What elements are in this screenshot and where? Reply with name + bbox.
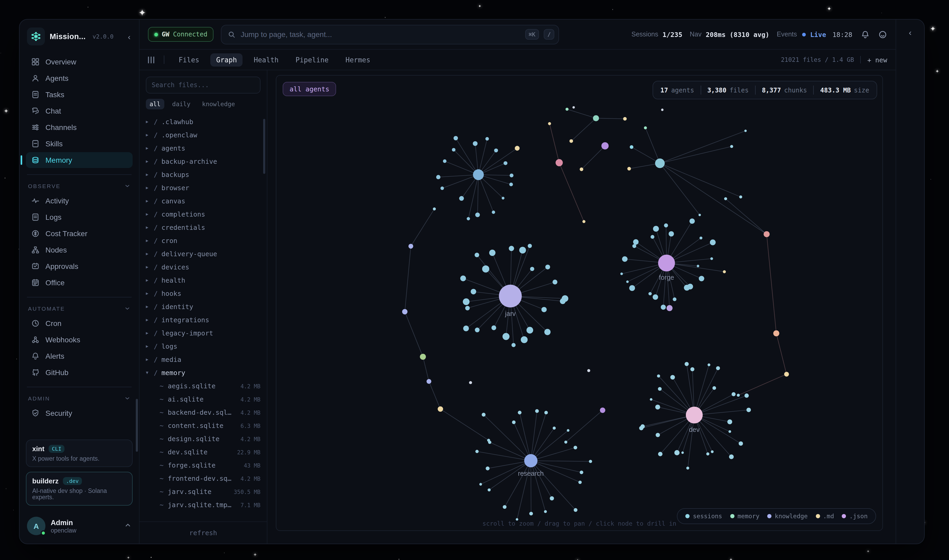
- sidebar-item-approvals[interactable]: Approvals: [26, 258, 132, 274]
- graph-node[interactable]: [729, 454, 734, 459]
- folder-row-health[interactable]: ▶/health: [146, 274, 260, 287]
- folder-row-logs[interactable]: ▶/logs: [146, 340, 260, 353]
- file-search-input[interactable]: [146, 77, 260, 94]
- folder-row-backups[interactable]: ▶/backups: [146, 168, 260, 181]
- graph-node[interactable]: [459, 196, 464, 201]
- chevron-down-icon[interactable]: [124, 305, 131, 312]
- graph-node[interactable]: [452, 148, 455, 151]
- sidebar-item-alerts[interactable]: Alerts: [26, 348, 132, 364]
- caret-right-icon[interactable]: ▶: [146, 132, 154, 137]
- caret-right-icon[interactable]: ▶: [146, 317, 154, 322]
- graph-node[interactable]: [728, 430, 731, 433]
- right-panel-collapse-icon[interactable]: ‹: [909, 28, 912, 544]
- gateway-status-pill[interactable]: GW Connected: [148, 27, 214, 42]
- graph-hub-hub-f[interactable]: [655, 158, 665, 168]
- tab-files[interactable]: Files: [173, 53, 205, 66]
- caret-right-icon[interactable]: ▶: [146, 185, 154, 190]
- graph-node[interactable]: [632, 244, 636, 248]
- graph-node[interactable]: [723, 270, 726, 273]
- graph-node[interactable]: [545, 265, 550, 269]
- file-row[interactable]: ~ai.sqlite4.2 MB: [146, 392, 260, 406]
- sidebar-item-nodes[interactable]: Nodes: [26, 242, 132, 258]
- graph-node[interactable]: [509, 183, 513, 186]
- folder-row-.clawhub[interactable]: ▶/.clawhub: [146, 115, 260, 128]
- file-row[interactable]: ~backend-dev.sql…4.2 MB: [146, 406, 260, 419]
- graph-node[interactable]: [627, 167, 631, 171]
- tab-pipeline[interactable]: Pipeline: [290, 53, 334, 66]
- graph-node[interactable]: [426, 379, 431, 384]
- sidebar-item-cron[interactable]: Cron: [26, 315, 132, 331]
- graph-node[interactable]: [488, 488, 491, 491]
- folder-row-media[interactable]: ▶/media: [146, 353, 260, 366]
- graph-node[interactable]: [710, 257, 713, 260]
- graph-node[interactable]: [567, 429, 569, 432]
- graph-node[interactable]: [691, 367, 694, 371]
- graph-node[interactable]: [686, 466, 689, 469]
- filter-chip-knowledge[interactable]: knowledge: [198, 99, 239, 109]
- feedback-smiley-icon[interactable]: [878, 30, 887, 39]
- graph-node[interactable]: [526, 327, 533, 333]
- graph-node[interactable]: [555, 159, 563, 166]
- folder-row-credentials[interactable]: ▶/credentials: [146, 221, 260, 234]
- graph-node[interactable]: [712, 386, 716, 390]
- graph-node[interactable]: [648, 292, 652, 295]
- graph-node[interactable]: [578, 480, 582, 484]
- graph-node[interactable]: [487, 439, 490, 442]
- graph-node[interactable]: [698, 214, 701, 216]
- graph-node[interactable]: [587, 369, 590, 372]
- chevron-up-icon[interactable]: [124, 521, 132, 531]
- graph-node[interactable]: [469, 381, 472, 384]
- file-row[interactable]: ~aegis.sqlite4.2 MB: [146, 379, 260, 392]
- graph-hub-forge[interactable]: [658, 255, 675, 272]
- graph-node[interactable]: [711, 451, 714, 453]
- caret-right-icon[interactable]: ▶: [146, 304, 154, 309]
- file-row[interactable]: ~forge.sqlite43 MB: [146, 458, 260, 472]
- graph-node[interactable]: [491, 325, 496, 330]
- file-row[interactable]: ~frontend-dev.sq…4.2 MB: [146, 472, 260, 485]
- caret-down-icon[interactable]: ▼: [146, 370, 154, 375]
- graph-node[interactable]: [655, 405, 660, 409]
- graph-node[interactable]: [492, 211, 495, 214]
- graph-node[interactable]: [467, 217, 470, 220]
- graph-node[interactable]: [580, 168, 583, 171]
- graph-node[interactable]: [640, 424, 644, 428]
- graph-node[interactable]: [653, 226, 659, 232]
- graph-node[interactable]: [471, 289, 476, 294]
- caret-right-icon[interactable]: ▶: [146, 238, 154, 243]
- notifications-bell-icon[interactable]: [861, 30, 870, 39]
- graph-node[interactable]: [664, 223, 668, 228]
- graph-node[interactable]: [544, 411, 548, 414]
- graph-node[interactable]: [580, 471, 583, 474]
- layout-columns-icon[interactable]: [148, 56, 154, 63]
- graph-node[interactable]: [670, 375, 675, 380]
- caret-right-icon[interactable]: ▶: [146, 278, 154, 283]
- graph-hub-research[interactable]: [524, 454, 537, 467]
- graph-hub-hub-a[interactable]: [473, 169, 484, 180]
- graph-node[interactable]: [732, 392, 735, 396]
- graph-node[interactable]: [518, 411, 521, 414]
- graph-node[interactable]: [544, 329, 551, 335]
- folder-row-browser[interactable]: ▶/browser: [146, 181, 260, 194]
- graph-node[interactable]: [630, 145, 634, 149]
- graph-node[interactable]: [681, 451, 684, 454]
- graph-node[interactable]: [673, 297, 676, 301]
- sidebar-item-tasks[interactable]: Tasks: [26, 87, 132, 103]
- graph-node[interactable]: [440, 186, 444, 190]
- graph-node[interactable]: [550, 496, 554, 500]
- graph-node[interactable]: [589, 460, 592, 463]
- sidebar-item-github[interactable]: GitHub: [26, 365, 132, 380]
- graph-node[interactable]: [443, 159, 446, 163]
- graph-node[interactable]: [699, 276, 704, 282]
- file-row[interactable]: ~design.sqlite4.2 MB: [146, 432, 260, 445]
- folder-row-.openclaw[interactable]: ▶/.openclaw: [146, 128, 260, 142]
- graph-node[interactable]: [503, 333, 510, 340]
- graph-node[interactable]: [515, 146, 520, 151]
- caret-right-icon[interactable]: ▶: [146, 251, 154, 256]
- graph-node[interactable]: [684, 285, 690, 291]
- agents-filter-pill[interactable]: all agents: [283, 82, 336, 96]
- sidebar-item-activity[interactable]: Activity: [26, 193, 132, 209]
- graph-node[interactable]: [697, 265, 699, 267]
- graph-node[interactable]: [629, 285, 635, 291]
- sidebar-item-cost-tracker[interactable]: Cost Tracker: [26, 226, 132, 242]
- sidebar-item-memory[interactable]: Memory: [26, 152, 132, 168]
